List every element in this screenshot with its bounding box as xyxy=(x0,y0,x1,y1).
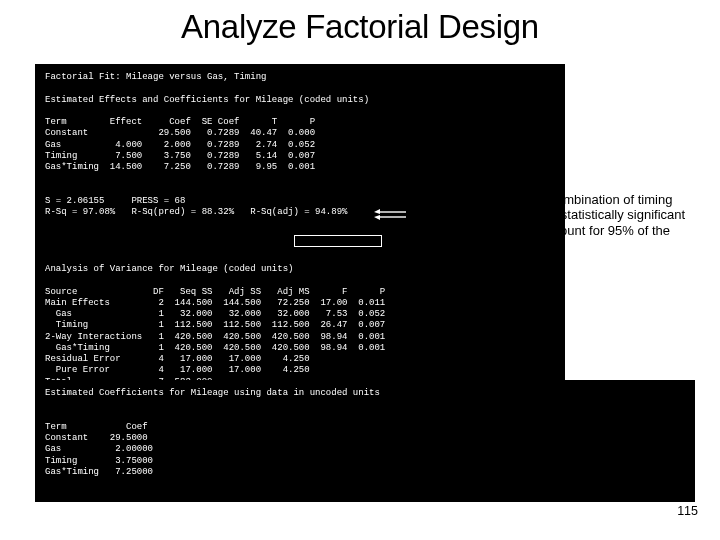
terminal-output-3: Estimated Coefficients for Mileage using… xyxy=(35,380,695,502)
annotation-p2: The factors we tested account for 95% of… xyxy=(412,224,710,254)
t3-l04: Term Coef xyxy=(45,422,148,432)
highlight-box xyxy=(294,235,382,247)
t2-l07: 2-Way Interactions 1 420.500 420.500 420… xyxy=(45,332,385,342)
t1-l13: R-Sq = 97.08% R-Sq(pred) = 88.32% R-Sq(a… xyxy=(45,207,347,217)
t1-l07: Gas 4.000 2.000 0.7289 2.74 0.052 xyxy=(45,140,315,150)
t1-l06: Constant 29.500 0.7289 40.47 0.000 xyxy=(45,128,315,138)
t3-l01: Estimated Coefficients for Mileage using… xyxy=(45,388,380,398)
t2-l04: Main Effects 2 144.500 144.500 72.250 17… xyxy=(45,298,385,308)
t1-l01: Factorial Fit: Mileage versus Gas, Timin… xyxy=(45,72,266,82)
t2-l01: Analysis of Variance for Mileage (coded … xyxy=(45,264,293,274)
t1-l08: Timing 7.500 3.750 0.7289 5.14 0.007 xyxy=(45,151,315,161)
annotation-p1: Timing settings and the combination of t… xyxy=(412,193,710,223)
t3-l07: Timing 3.75000 xyxy=(45,456,153,466)
t2-l09: Residual Error 4 17.000 17.000 4.250 xyxy=(45,354,310,364)
t3-l08: Gas*Timing 7.25000 xyxy=(45,467,153,477)
svg-marker-3 xyxy=(374,215,380,220)
page-number: 115 xyxy=(677,504,698,518)
t3-l06: Gas 2.00000 xyxy=(45,444,153,454)
slide-title: Analyze Factorial Design xyxy=(0,0,720,50)
t2-l05: Gas 1 32.000 32.000 32.000 7.53 0.052 xyxy=(45,309,385,319)
t2-l08: Gas*Timing 1 420.500 420.500 420.500 98.… xyxy=(45,343,385,353)
t1-l03: Estimated Effects and Coefficients for M… xyxy=(45,95,369,105)
terminal-output-2: Analysis of Variance for Mileage (coded … xyxy=(35,256,565,380)
t2-l10: Pure Error 4 17.000 17.000 4.250 xyxy=(45,365,310,375)
t1-l05: Term Effect Coef SE Coef T P xyxy=(45,117,315,127)
svg-marker-2 xyxy=(374,209,380,214)
t1-l09: Gas*Timing 14.500 7.250 0.7289 9.95 0.00… xyxy=(45,162,315,172)
arrow-icon xyxy=(374,207,406,219)
t2-l03: Source DF Seq SS Adj SS Adj MS F P xyxy=(45,287,385,297)
t3-l05: Constant 29.5000 xyxy=(45,433,148,443)
t1-l12: S = 2.06155 PRESS = 68 xyxy=(45,196,185,206)
t2-l06: Timing 1 112.500 112.500 112.500 26.47 0… xyxy=(45,320,385,330)
annotation: Timing settings and the combination of t… xyxy=(412,193,710,255)
